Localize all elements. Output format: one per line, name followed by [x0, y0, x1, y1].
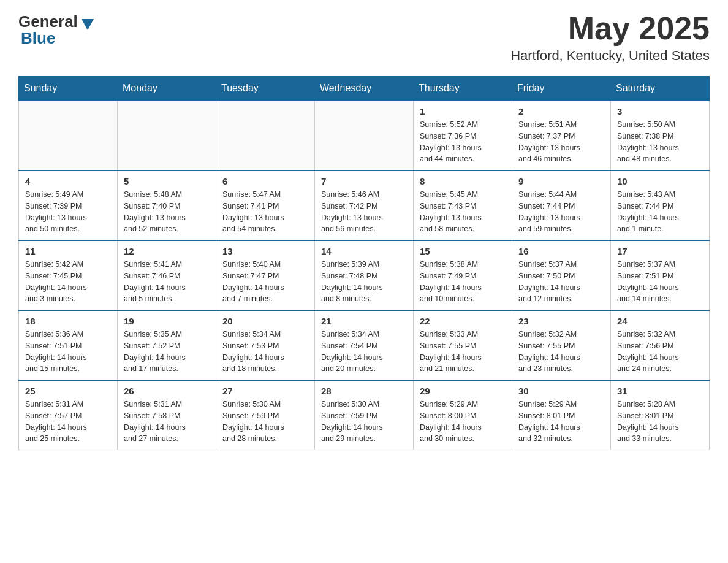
day-info: Sunrise: 5:40 AMSunset: 7:47 PMDaylight:…: [222, 259, 308, 305]
calendar-cell: 6Sunrise: 5:47 AMSunset: 7:41 PMDaylight…: [216, 170, 315, 240]
calendar-cell: 26Sunrise: 5:31 AMSunset: 7:58 PMDayligh…: [118, 380, 216, 450]
calendar-cell: 4Sunrise: 5:49 AMSunset: 7:39 PMDaylight…: [19, 170, 118, 240]
day-number: 15: [420, 246, 506, 256]
day-info: Sunrise: 5:50 AMSunset: 7:38 PMDaylight:…: [617, 119, 703, 165]
day-of-week-header: Sunday: [19, 77, 118, 101]
day-info: Sunrise: 5:43 AMSunset: 7:44 PMDaylight:…: [617, 189, 703, 235]
day-of-week-header: Saturday: [611, 77, 710, 101]
day-number: 30: [518, 386, 604, 396]
day-info: Sunrise: 5:32 AMSunset: 7:56 PMDaylight:…: [617, 329, 703, 375]
logo-blue-text: Blue: [21, 29, 55, 48]
calendar-cell: 13Sunrise: 5:40 AMSunset: 7:47 PMDayligh…: [216, 240, 315, 310]
day-info: Sunrise: 5:35 AMSunset: 7:52 PMDaylight:…: [124, 329, 210, 375]
week-row: 25Sunrise: 5:31 AMSunset: 7:57 PMDayligh…: [19, 380, 710, 450]
day-number: 29: [420, 386, 506, 396]
day-number: 9: [518, 176, 604, 186]
logo: General Blue: [18, 12, 94, 48]
day-info: Sunrise: 5:30 AMSunset: 7:59 PMDaylight:…: [222, 399, 308, 445]
month-title: May 2025: [510, 12, 710, 44]
day-number: 16: [518, 246, 604, 256]
day-of-week-header: Tuesday: [216, 77, 315, 101]
day-info: Sunrise: 5:46 AMSunset: 7:42 PMDaylight:…: [321, 189, 407, 235]
calendar-cell: 9Sunrise: 5:44 AMSunset: 7:44 PMDaylight…: [512, 170, 611, 240]
day-info: Sunrise: 5:29 AMSunset: 8:01 PMDaylight:…: [518, 399, 604, 445]
day-number: 12: [124, 246, 210, 256]
calendar-cell: 21Sunrise: 5:34 AMSunset: 7:54 PMDayligh…: [315, 310, 414, 380]
day-number: 13: [222, 246, 308, 256]
calendar-cell: 15Sunrise: 5:38 AMSunset: 7:49 PMDayligh…: [414, 240, 512, 310]
day-number: 4: [25, 176, 111, 186]
day-number: 10: [617, 176, 703, 186]
day-info: Sunrise: 5:28 AMSunset: 8:01 PMDaylight:…: [617, 399, 703, 445]
day-info: Sunrise: 5:31 AMSunset: 7:58 PMDaylight:…: [124, 399, 210, 445]
day-number: 22: [420, 316, 506, 326]
day-number: 26: [124, 386, 210, 396]
calendar-cell: [118, 101, 216, 170]
day-of-week-header: Wednesday: [315, 77, 414, 101]
calendar-cell: 8Sunrise: 5:45 AMSunset: 7:43 PMDaylight…: [414, 170, 512, 240]
calendar-cell: 3Sunrise: 5:50 AMSunset: 7:38 PMDaylight…: [611, 101, 710, 170]
day-number: 14: [321, 246, 407, 256]
calendar-table: SundayMondayTuesdayWednesdayThursdayFrid…: [18, 76, 710, 450]
day-number: 21: [321, 316, 407, 326]
day-info: Sunrise: 5:33 AMSunset: 7:55 PMDaylight:…: [420, 329, 506, 375]
day-of-week-header: Monday: [118, 77, 216, 101]
day-of-week-header: Thursday: [414, 77, 512, 101]
week-row: 18Sunrise: 5:36 AMSunset: 7:51 PMDayligh…: [19, 310, 710, 380]
day-info: Sunrise: 5:49 AMSunset: 7:39 PMDaylight:…: [25, 189, 111, 235]
day-info: Sunrise: 5:44 AMSunset: 7:44 PMDaylight:…: [518, 189, 604, 235]
calendar-cell: 30Sunrise: 5:29 AMSunset: 8:01 PMDayligh…: [512, 380, 611, 450]
day-number: 8: [420, 176, 506, 186]
week-row: 4Sunrise: 5:49 AMSunset: 7:39 PMDaylight…: [19, 170, 710, 240]
day-number: 3: [617, 106, 703, 117]
day-number: 1: [420, 106, 506, 117]
day-number: 25: [25, 386, 111, 396]
day-info: Sunrise: 5:47 AMSunset: 7:41 PMDaylight:…: [222, 189, 308, 235]
calendar-cell: 14Sunrise: 5:39 AMSunset: 7:48 PMDayligh…: [315, 240, 414, 310]
calendar-cell: 10Sunrise: 5:43 AMSunset: 7:44 PMDayligh…: [611, 170, 710, 240]
calendar-cell: 2Sunrise: 5:51 AMSunset: 7:37 PMDaylight…: [512, 101, 611, 170]
day-info: Sunrise: 5:37 AMSunset: 7:50 PMDaylight:…: [518, 259, 604, 305]
title-area: May 2025 Hartford, Kentucky, United Stat…: [510, 12, 710, 64]
day-info: Sunrise: 5:48 AMSunset: 7:40 PMDaylight:…: [124, 189, 210, 235]
day-info: Sunrise: 5:42 AMSunset: 7:45 PMDaylight:…: [25, 259, 111, 305]
day-info: Sunrise: 5:45 AMSunset: 7:43 PMDaylight:…: [420, 189, 506, 235]
day-number: 23: [518, 316, 604, 326]
calendar-cell: 1Sunrise: 5:52 AMSunset: 7:36 PMDaylight…: [414, 101, 512, 170]
day-info: Sunrise: 5:34 AMSunset: 7:53 PMDaylight:…: [222, 329, 308, 375]
day-info: Sunrise: 5:29 AMSunset: 8:00 PMDaylight:…: [420, 399, 506, 445]
calendar-cell: 16Sunrise: 5:37 AMSunset: 7:50 PMDayligh…: [512, 240, 611, 310]
calendar-cell: 19Sunrise: 5:35 AMSunset: 7:52 PMDayligh…: [118, 310, 216, 380]
calendar-cell: [19, 101, 118, 170]
day-of-week-header: Friday: [512, 77, 611, 101]
day-info: Sunrise: 5:51 AMSunset: 7:37 PMDaylight:…: [518, 119, 604, 165]
day-number: 27: [222, 386, 308, 396]
day-info: Sunrise: 5:37 AMSunset: 7:51 PMDaylight:…: [617, 259, 703, 305]
page-header: General Blue May 2025 Hartford, Kentucky…: [18, 12, 710, 64]
calendar-cell: 5Sunrise: 5:48 AMSunset: 7:40 PMDaylight…: [118, 170, 216, 240]
calendar-cell: 11Sunrise: 5:42 AMSunset: 7:45 PMDayligh…: [19, 240, 118, 310]
calendar-cell: 23Sunrise: 5:32 AMSunset: 7:55 PMDayligh…: [512, 310, 611, 380]
day-number: 19: [124, 316, 210, 326]
day-number: 2: [518, 106, 604, 117]
day-number: 6: [222, 176, 308, 186]
day-info: Sunrise: 5:38 AMSunset: 7:49 PMDaylight:…: [420, 259, 506, 305]
day-number: 7: [321, 176, 407, 186]
calendar-cell: 20Sunrise: 5:34 AMSunset: 7:53 PMDayligh…: [216, 310, 315, 380]
day-info: Sunrise: 5:30 AMSunset: 7:59 PMDaylight:…: [321, 399, 407, 445]
calendar-cell: [216, 101, 315, 170]
week-row: 1Sunrise: 5:52 AMSunset: 7:36 PMDaylight…: [19, 101, 710, 170]
day-number: 17: [617, 246, 703, 256]
calendar-cell: 31Sunrise: 5:28 AMSunset: 8:01 PMDayligh…: [611, 380, 710, 450]
calendar-cell: 29Sunrise: 5:29 AMSunset: 8:00 PMDayligh…: [414, 380, 512, 450]
calendar-cell: 28Sunrise: 5:30 AMSunset: 7:59 PMDayligh…: [315, 380, 414, 450]
day-info: Sunrise: 5:32 AMSunset: 7:55 PMDaylight:…: [518, 329, 604, 375]
calendar-cell: 27Sunrise: 5:30 AMSunset: 7:59 PMDayligh…: [216, 380, 315, 450]
calendar-cell: 17Sunrise: 5:37 AMSunset: 7:51 PMDayligh…: [611, 240, 710, 310]
calendar-cell: 12Sunrise: 5:41 AMSunset: 7:46 PMDayligh…: [118, 240, 216, 310]
week-row: 11Sunrise: 5:42 AMSunset: 7:45 PMDayligh…: [19, 240, 710, 310]
day-info: Sunrise: 5:34 AMSunset: 7:54 PMDaylight:…: [321, 329, 407, 375]
calendar-cell: 22Sunrise: 5:33 AMSunset: 7:55 PMDayligh…: [414, 310, 512, 380]
day-number: 24: [617, 316, 703, 326]
day-info: Sunrise: 5:36 AMSunset: 7:51 PMDaylight:…: [25, 329, 111, 375]
